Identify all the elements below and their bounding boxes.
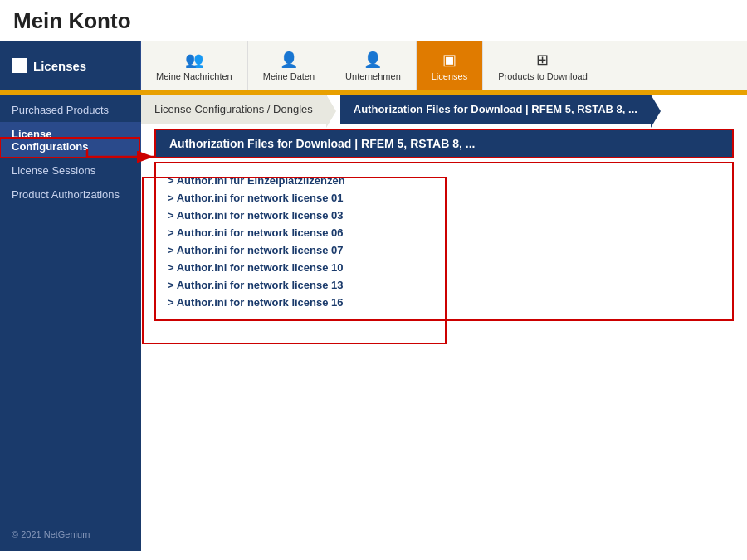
nav-items: 👥 Meine Nachrichten 👤 Meine Daten 👤 Unte… (141, 41, 747, 90)
breadcrumb-item-license-configurations[interactable]: License Configurations / Dongles (141, 95, 327, 124)
nav-label-unternehmen: Unternehmen (345, 71, 401, 81)
main-layout: Purchased Products License Configuration… (0, 95, 747, 551)
nav-item-meine-daten[interactable]: 👤 Meine Daten (248, 41, 330, 90)
logo-icon (12, 58, 27, 73)
auth-link-network-03[interactable]: > Author.ini for network license 03 (168, 207, 720, 224)
company-icon: 👤 (364, 51, 382, 69)
logo-label: Licenses (33, 59, 86, 73)
sidebar-item-product-authorizations[interactable]: Product Authorizations (0, 183, 141, 207)
nav-label-meine-daten: Meine Daten (263, 71, 315, 81)
breadcrumb-label-auth-files: Authorization Files for Download | RFEM … (354, 103, 637, 115)
sidebar-item-license-configurations[interactable]: License Configurations (0, 122, 141, 158)
auth-links-box: > Author.ini für Einzelplatzlizenzen > A… (154, 162, 734, 321)
top-nav: Licenses 👥 Meine Nachrichten 👤 Meine Dat… (0, 41, 747, 90)
auth-link-network-16[interactable]: > Author.ini for network license 16 (168, 294, 720, 311)
logo-area[interactable]: Licenses (0, 41, 141, 90)
sidebar: Purchased Products License Configuration… (0, 95, 141, 551)
nav-item-licenses[interactable]: ▣ Licenses (417, 41, 483, 90)
breadcrumb-item-auth-files[interactable]: Authorization Files for Download | RFEM … (340, 95, 652, 124)
auth-link-network-13[interactable]: > Author.ini for network license 13 (168, 276, 720, 294)
auth-link-network-01[interactable]: > Author.ini for network license 01 (168, 189, 720, 207)
nav-item-unternehmen[interactable]: 👤 Unternehmen (330, 41, 417, 90)
nav-item-products-to-download[interactable]: ⊞ Products to Download (483, 41, 603, 90)
page-title-area: Mein Konto (0, 0, 747, 41)
page-title: Mein Konto (13, 8, 734, 34)
person-icon: 👤 (280, 51, 298, 69)
download-icon: ⊞ (536, 51, 549, 69)
auth-header: Authorization Files for Download | RFEM … (154, 129, 734, 158)
auth-section: Authorization Files for Download | RFEM … (141, 129, 747, 321)
nav-label-licenses: Licenses (432, 71, 467, 81)
breadcrumb-bar: License Configurations / Dongles Authori… (141, 95, 747, 124)
auth-link-network-10[interactable]: > Author.ini for network license 10 (168, 259, 720, 276)
breadcrumb-label-license-configurations: License Configurations / Dongles (154, 103, 313, 115)
licenses-icon: ▣ (442, 51, 456, 69)
content-area: License Configurations / Dongles Authori… (141, 95, 747, 551)
auth-link-network-06[interactable]: > Author.ini for network license 06 (168, 224, 720, 241)
sidebar-item-license-sessions[interactable]: License Sessions (0, 158, 141, 183)
auth-link-network-07[interactable]: > Author.ini for network license 07 (168, 241, 720, 259)
sidebar-footer: © 2021 NetGenium (0, 521, 141, 551)
messages-icon: 👥 (185, 51, 203, 69)
nav-item-meine-nachrichten[interactable]: 👥 Meine Nachrichten (141, 41, 248, 90)
nav-label-products-to-download: Products to Download (498, 71, 588, 81)
auth-link-einzelplatz[interactable]: > Author.ini für Einzelplatzlizenzen (168, 172, 720, 189)
sidebar-item-purchased-products[interactable]: Purchased Products (0, 98, 141, 122)
nav-label-meine-nachrichten: Meine Nachrichten (156, 71, 232, 81)
